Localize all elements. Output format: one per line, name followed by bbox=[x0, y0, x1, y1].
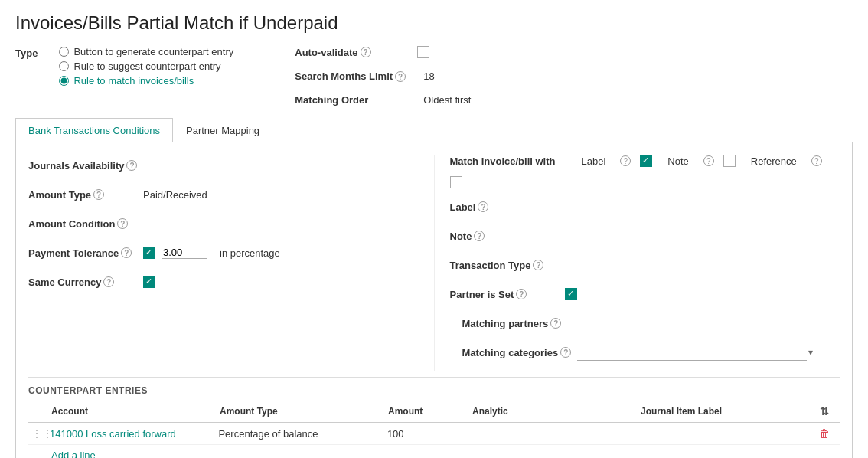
reference-match-text: Reference bbox=[751, 155, 797, 167]
amount-type-label: Amount Type ? bbox=[28, 189, 143, 201]
payment-tolerance-label: Payment Tolerance ? bbox=[28, 247, 143, 259]
drag-handle[interactable]: ⋮⋮ bbox=[28, 427, 44, 440]
radio-label-1: Button to generate counterpart entry bbox=[73, 46, 233, 57]
partner-is-set-help-icon[interactable]: ? bbox=[516, 289, 527, 299]
label-match-checkbox[interactable] bbox=[640, 155, 652, 167]
journals-help-icon[interactable]: ? bbox=[126, 160, 137, 171]
col-header-analytic: Analytic bbox=[472, 406, 641, 417]
tab-content: Journals Availability ? Amount Type ? Pa… bbox=[15, 142, 853, 458]
page-title: Invoices/Bills Partial Match if Underpai… bbox=[15, 12, 853, 34]
table-row: ⋮⋮ 141000 Loss carried forward Percentag… bbox=[28, 423, 840, 445]
row-amount: 100 bbox=[387, 428, 472, 440]
label-row-help-icon[interactable]: ? bbox=[478, 201, 488, 212]
matching-partners-help-icon[interactable]: ? bbox=[550, 318, 561, 329]
note-row-help-icon[interactable]: ? bbox=[474, 231, 485, 241]
row-account: 141000 Loss carried forward bbox=[44, 428, 218, 440]
row-actions: 🗑 bbox=[809, 427, 840, 440]
col-header-amount-type: Amount Type bbox=[220, 406, 388, 417]
auto-validate-label: Auto-validate ? bbox=[295, 47, 417, 58]
counterpart-section-title: COUNTERPART ENTRIES bbox=[28, 377, 840, 401]
col-header-actions: ⇅ bbox=[809, 405, 840, 417]
tabs-container: Bank Transactions Conditions Partner Map… bbox=[15, 118, 853, 142]
transaction-type-help-icon[interactable]: ? bbox=[533, 260, 543, 270]
amount-condition-help-icon[interactable]: ? bbox=[117, 218, 128, 229]
matching-partners-label: Matching partners ? bbox=[462, 318, 577, 329]
same-currency-checkbox-wrap bbox=[143, 276, 155, 288]
payment-tolerance-input[interactable] bbox=[162, 247, 207, 259]
amount-type-help-icon[interactable]: ? bbox=[93, 189, 104, 200]
search-months-value: 18 bbox=[423, 70, 434, 82]
matching-categories-help-icon[interactable]: ? bbox=[560, 347, 571, 358]
type-label: Type bbox=[15, 47, 38, 59]
type-radio-group: Button to generate counterpart entry Rul… bbox=[59, 46, 233, 87]
auto-validate-help-icon[interactable]: ? bbox=[361, 47, 371, 57]
journals-availability-label: Journals Availability ? bbox=[28, 160, 143, 172]
radio-button-match[interactable] bbox=[59, 76, 69, 86]
account-link[interactable]: 141000 Loss carried forward bbox=[50, 428, 176, 440]
same-currency-row: Same Currency ? bbox=[28, 271, 419, 293]
matching-order-value: Oldest first bbox=[423, 94, 471, 106]
left-conditions: Journals Availability ? Amount Type ? Pa… bbox=[28, 155, 435, 371]
note-row-label: Note ? bbox=[450, 231, 565, 242]
transaction-type-row: Transaction Type ? bbox=[450, 254, 840, 276]
row-amount-type: Percentage of balance bbox=[218, 428, 387, 440]
note-match-text: Note bbox=[667, 155, 688, 167]
partner-is-set-label: Partner is Set ? bbox=[450, 289, 565, 300]
search-months-label: Search Months Limit ? bbox=[295, 70, 417, 82]
match-invoice-row: Match Invoice/bill with Label ? Note ? R… bbox=[450, 155, 840, 188]
right-conditions: Match Invoice/bill with Label ? Note ? R… bbox=[435, 155, 840, 371]
radio-label-2: Rule to suggest counterpart entry bbox=[73, 61, 220, 72]
note-match-checkbox[interactable] bbox=[723, 155, 736, 167]
in-percentage-label: in percentage bbox=[220, 247, 280, 259]
radio-item-2[interactable]: Rule to suggest counterpart entry bbox=[59, 61, 233, 72]
payment-tolerance-help-icon[interactable]: ? bbox=[121, 247, 132, 258]
note-row: Note ? bbox=[450, 225, 840, 247]
same-currency-label: Same Currency ? bbox=[28, 276, 143, 288]
matching-order-label: Matching Order bbox=[295, 94, 417, 106]
matching-categories-dropdown[interactable]: ▾ bbox=[577, 344, 813, 361]
auto-validate-field: Auto-validate ? bbox=[295, 46, 471, 58]
matching-categories-arrow-icon[interactable]: ▾ bbox=[808, 347, 813, 358]
settings-icon[interactable]: ⇅ bbox=[820, 405, 829, 417]
match-invoice-label: Match Invoice/bill with bbox=[450, 155, 573, 167]
payment-tolerance-value-row: in percentage bbox=[143, 247, 280, 259]
tab-partner-mapping[interactable]: Partner Mapping bbox=[173, 118, 272, 142]
label-row-label: Label ? bbox=[450, 201, 565, 213]
reference-match-checkbox[interactable] bbox=[450, 176, 462, 188]
partner-is-set-checkbox[interactable] bbox=[565, 288, 577, 300]
matching-categories-label: Matching categories ? bbox=[462, 347, 577, 358]
reference-match-help-icon[interactable]: ? bbox=[811, 155, 822, 166]
radio-item-1[interactable]: Button to generate counterpart entry bbox=[59, 46, 233, 57]
add-line-button[interactable]: Add a line bbox=[28, 445, 840, 458]
amount-type-value: Paid/Received bbox=[143, 189, 207, 201]
matching-categories-input[interactable] bbox=[577, 344, 807, 361]
add-line-link[interactable]: Add a line bbox=[51, 450, 96, 458]
journals-availability-row: Journals Availability ? bbox=[28, 155, 419, 176]
search-months-field: Search Months Limit ? 18 bbox=[295, 70, 471, 82]
matching-order-field: Matching Order Oldest first bbox=[295, 94, 471, 106]
label-row: Label ? bbox=[450, 196, 840, 218]
note-match-help-icon[interactable]: ? bbox=[703, 155, 714, 166]
label-match-text: Label bbox=[582, 155, 606, 167]
partner-is-set-row: Partner is Set ? bbox=[450, 283, 840, 305]
tab-bank-transactions[interactable]: Bank Transactions Conditions bbox=[15, 118, 173, 142]
col-header-amount: Amount bbox=[388, 406, 472, 417]
col-header-account: Account bbox=[28, 406, 220, 417]
radio-button-generate[interactable] bbox=[59, 47, 69, 57]
amount-condition-label: Amount Condition ? bbox=[28, 218, 143, 230]
same-currency-help-icon[interactable]: ? bbox=[103, 276, 114, 287]
auto-validate-checkbox[interactable] bbox=[417, 46, 429, 58]
col-header-journal-label: Journal Item Label bbox=[641, 406, 809, 417]
payment-tolerance-checkbox[interactable] bbox=[143, 247, 155, 259]
same-currency-checkbox[interactable] bbox=[143, 276, 155, 288]
table-header: Account Amount Type Amount Analytic Jour… bbox=[28, 401, 840, 423]
radio-item-3[interactable]: Rule to match invoices/bills bbox=[59, 75, 233, 87]
label-match-help-icon[interactable]: ? bbox=[620, 155, 631, 166]
payment-tolerance-row: Payment Tolerance ? in percentage bbox=[28, 242, 419, 263]
radio-button-suggest[interactable] bbox=[59, 61, 69, 71]
amount-type-row: Amount Type ? Paid/Received bbox=[28, 184, 419, 205]
amount-condition-row: Amount Condition ? bbox=[28, 213, 419, 234]
delete-row-icon[interactable]: 🗑 bbox=[819, 427, 830, 440]
matching-partners-row: Matching partners ? bbox=[450, 312, 840, 334]
search-months-help-icon[interactable]: ? bbox=[395, 71, 406, 82]
